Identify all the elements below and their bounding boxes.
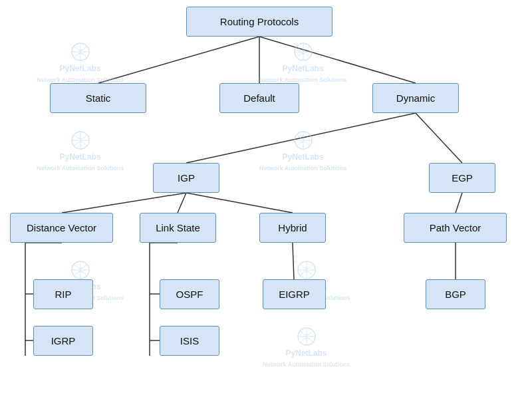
- svg-line-17: [293, 243, 294, 279]
- svg-point-28: [295, 132, 312, 149]
- node-link-state: Link State: [140, 213, 216, 243]
- svg-line-8: [456, 193, 462, 213]
- node-root: Routing Protocols: [186, 7, 332, 37]
- watermark-2: PyNetLabsNetwork Automation Solutions: [259, 41, 346, 84]
- svg-line-2: [259, 37, 416, 83]
- node-isis: ISIS: [160, 326, 219, 356]
- svg-point-22: [295, 43, 312, 61]
- node-hybrid: Hybrid: [259, 213, 326, 243]
- node-dynamic: Dynamic: [372, 83, 459, 113]
- svg-line-6: [178, 193, 186, 213]
- node-rip: RIP: [33, 279, 93, 309]
- watermark-1: PyNetLabsNetwork Automation Solutions: [37, 41, 124, 84]
- svg-line-7: [186, 193, 293, 213]
- node-igp: IGP: [153, 163, 219, 193]
- svg-line-0: [98, 37, 259, 83]
- svg-point-19: [72, 43, 89, 61]
- svg-point-37: [298, 328, 315, 345]
- watermark-7: PyNetLabsNetwork Automation Solutions: [263, 326, 350, 369]
- node-bgp: BGP: [426, 279, 485, 309]
- svg-line-5: [62, 193, 186, 213]
- svg-point-34: [298, 261, 315, 279]
- node-path-vector: Path Vector: [404, 213, 507, 243]
- watermark-3: PyNetLabsNetwork Automation Solutions: [37, 130, 124, 173]
- svg-line-3: [186, 113, 416, 163]
- svg-point-31: [72, 261, 89, 279]
- node-eigrp: EIGRP: [263, 279, 326, 309]
- node-igrp: IGRP: [33, 326, 93, 356]
- node-ospf: OSPF: [160, 279, 219, 309]
- node-egp: EGP: [429, 163, 495, 193]
- node-default: Default: [219, 83, 299, 113]
- node-static: Static: [50, 83, 146, 113]
- watermark-4: PyNetLabsNetwork Automation Solutions: [259, 130, 346, 173]
- node-distance-vector: Distance Vector: [10, 213, 113, 243]
- svg-point-25: [72, 132, 89, 149]
- svg-line-4: [416, 113, 462, 163]
- diagram: PyNetLabsNetwork Automation Solutions Py…: [0, 0, 532, 399]
